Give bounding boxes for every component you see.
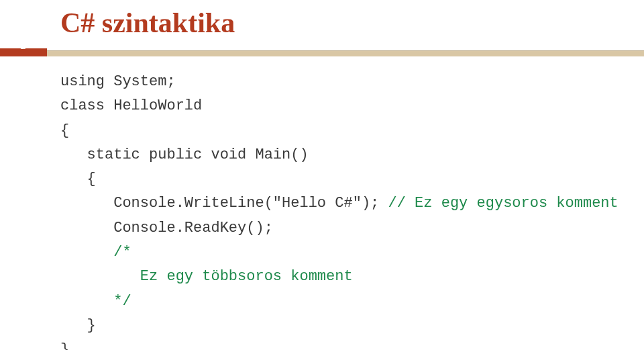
code-line-6-indent bbox=[60, 195, 113, 212]
page-number: 5 bbox=[0, 40, 47, 48]
code-line-10-indent bbox=[60, 293, 113, 310]
code-comment-multi-close: */ bbox=[113, 293, 131, 310]
code-comment-single: // Ez egy egysoros komment bbox=[388, 195, 619, 212]
code-line-7: Console.ReadKey(); bbox=[113, 220, 273, 236]
divider-line bbox=[47, 50, 644, 56]
code-line-5-indent bbox=[60, 171, 87, 187]
code-line-8-indent bbox=[60, 244, 113, 261]
code-line-11: } bbox=[87, 317, 96, 334]
code-line-1: using System; bbox=[60, 73, 176, 90]
code-line-11-indent bbox=[60, 317, 87, 334]
slide-title: C# szintaktika bbox=[0, 0, 644, 48]
page-number-box: 5 bbox=[0, 48, 47, 56]
code-comment-multi-open: /* bbox=[113, 244, 131, 261]
code-line-9-indent bbox=[60, 268, 140, 285]
code-line-3: { bbox=[60, 122, 69, 139]
code-line-4: static public void Main() bbox=[87, 146, 309, 163]
code-line-12: } bbox=[60, 341, 69, 350]
divider: 5 bbox=[0, 48, 644, 56]
code-line-6a: Console.WriteLine("Hello C#"); bbox=[113, 195, 388, 212]
code-line-5: { bbox=[87, 171, 96, 187]
code-line-4-indent bbox=[60, 146, 87, 163]
code-block: using System; class HelloWorld { static … bbox=[0, 70, 644, 350]
code-line-7-indent bbox=[60, 220, 113, 236]
code-comment-multi-body: Ez egy többsoros komment bbox=[140, 268, 353, 285]
code-line-2: class HelloWorld bbox=[60, 97, 202, 114]
